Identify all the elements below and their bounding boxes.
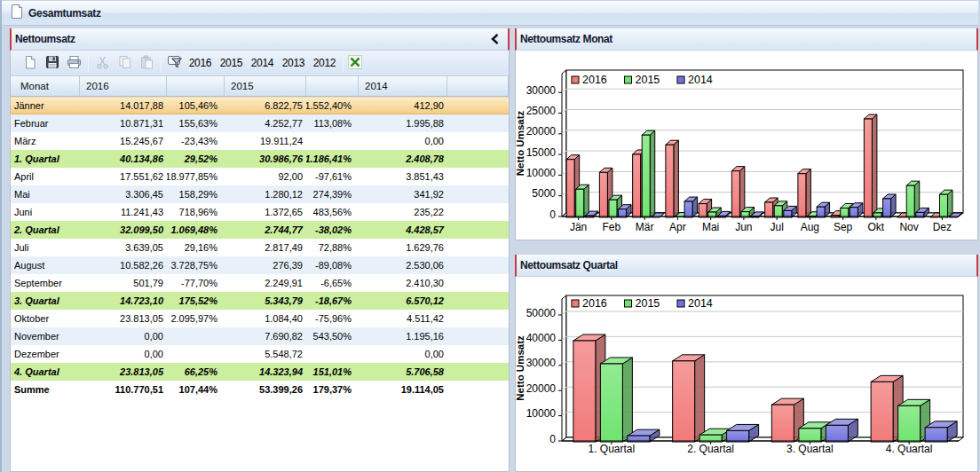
cell-value: 2.410,30: [359, 274, 447, 292]
x-tick-label: Mai: [702, 221, 719, 233]
cell-value: 235,22: [359, 203, 447, 221]
cell-month: Oktober: [11, 310, 80, 327]
table-row-juli[interactable]: Juli3.639,0529,16%2.817,4972,88%1.629,76: [11, 239, 509, 256]
cell-value: 110.770,51: [80, 381, 167, 398]
filter-icon: [167, 55, 184, 72]
filter-button[interactable]: [164, 52, 186, 74]
column-header-2016[interactable]: 2016: [80, 76, 167, 96]
column-header-2015[interactable]: 2015: [225, 76, 306, 96]
table-row-1-quartal[interactable]: 1. Quartal40.134,8629,52%30.986,761.186,…: [11, 150, 509, 168]
x-tick-label: Feb: [603, 221, 621, 233]
cell-value: 105,46%: [167, 98, 225, 114]
year-button-2014[interactable]: 2014: [247, 54, 278, 72]
x-tick-label: Okt: [868, 221, 885, 233]
y-tick-label: 30000: [526, 84, 557, 97]
cell-empty: [447, 132, 509, 150]
quartal-panel-header: Nettoumsatz Quartal: [515, 255, 978, 277]
cell-value: -18,67%: [306, 292, 359, 310]
cell-value: -38,02%: [306, 221, 359, 239]
column-header-monat[interactable]: Monat: [11, 76, 80, 96]
table-row-mai[interactable]: Mai3.306,45158,29%1.280,12274,39%341,92: [11, 185, 509, 203]
legend-label: 2016: [582, 297, 607, 310]
cell-value: 2.095,97%: [167, 310, 225, 327]
table-row-4-quartal[interactable]: 4. Quartal23.813,0566,25%14.323,94151,01…: [11, 363, 509, 381]
table-row-november[interactable]: November0,007.690,82543,50%1.195,16: [11, 327, 509, 345]
tab-bar: Gesamtumsatz: [2, 0, 978, 26]
cell-value: 66,25%: [167, 363, 225, 381]
print-button[interactable]: [63, 52, 85, 74]
x-tick-label: Jän: [570, 221, 587, 233]
cell-value: -97,61%: [306, 168, 359, 185]
new-document-button[interactable]: [19, 52, 41, 74]
cut-button[interactable]: [91, 52, 114, 74]
cell-value: 23.813,05: [80, 310, 167, 327]
column-header-pct[interactable]: [447, 76, 509, 96]
cell-value: 175,52%: [167, 292, 225, 310]
cell-value: 1.195,16: [359, 327, 447, 345]
y-tick-label: 0: [549, 433, 556, 445]
excel-export-button[interactable]: [346, 52, 364, 74]
bar-2014-Apr: [684, 197, 698, 217]
table-row-september[interactable]: September501,79-77,70%2.249,91-6,65%2.41…: [11, 274, 509, 292]
cell-value: 23.813,05: [80, 363, 167, 381]
chevron-left-icon[interactable]: [486, 31, 502, 47]
toolbar-separator: [161, 54, 162, 72]
tab-gesamtumsatz[interactable]: Gesamtumsatz: [2, 4, 101, 21]
year-button-2016[interactable]: 2016: [185, 54, 216, 72]
bar-2014-Sep: [850, 203, 863, 217]
cell-value: 1.084,40: [225, 310, 306, 327]
table-row-j-nner[interactable]: Jänner14.017,88105,46%6.822,751.552,40%4…: [11, 97, 509, 114]
cell-value: 107,44%: [167, 381, 225, 398]
cell-value: 151,01%: [306, 363, 359, 381]
x-tick-label: Dez: [933, 221, 952, 233]
cell-month: Dezember: [11, 345, 80, 363]
cell-value: [306, 132, 359, 150]
column-header-pct[interactable]: [306, 76, 359, 96]
cell-value: 2.249,91: [225, 274, 306, 292]
copy-icon: [118, 55, 132, 72]
cell-value: [167, 327, 225, 345]
year-button-2015[interactable]: 2015: [216, 54, 247, 72]
table-row-februar[interactable]: Februar10.871,31155,63%4.252,77113,08%1.…: [11, 114, 509, 132]
cell-value: 483,56%: [306, 203, 359, 221]
table-row-april[interactable]: April17.551,6218.977,85%92,00-97,61%3.85…: [11, 168, 509, 185]
table-row-dezember[interactable]: Dezember0,005.548,720,00: [11, 345, 509, 363]
table-row-august[interactable]: August10.582,263.728,75%276,39-89,08%2.5…: [11, 256, 509, 274]
cell-value: 19.911,24: [225, 132, 306, 150]
cell-value: 92,00: [225, 168, 306, 185]
table-row-juni[interactable]: Juni11.241,43718,96%1.372,65483,56%235,2…: [11, 203, 509, 221]
cell-month: Jänner: [11, 98, 80, 114]
cell-value: 274,39%: [306, 185, 359, 203]
bar-2016-Apr: [666, 140, 679, 217]
cell-value: 0,00: [80, 345, 167, 363]
column-header-pct[interactable]: [167, 76, 225, 96]
table-row-3-quartal[interactable]: 3. Quartal14.723,10175,52%5.343,79-18,67…: [11, 292, 509, 310]
x-tick-label: Nov: [899, 221, 918, 233]
year-button-2013[interactable]: 2013: [278, 54, 309, 72]
save-button[interactable]: [41, 52, 63, 74]
cell-empty: [447, 274, 509, 292]
cell-value: 158,29%: [167, 185, 225, 203]
column-header-2014[interactable]: 2014: [359, 76, 447, 96]
cell-empty: [447, 345, 509, 363]
monat-bar-chart: 050001000015000200002500030000JänFebMärA…: [516, 51, 977, 240]
table-row-2-quartal[interactable]: 2. Quartal32.099,501.069,48%2.744,77-38,…: [11, 221, 509, 239]
paste-button[interactable]: [136, 52, 158, 74]
cell-value: 10.871,31: [80, 114, 167, 132]
cell-value: 3.851,43: [359, 168, 447, 185]
table-row-summe[interactable]: Summe110.770,51107,44%53.399,26179,37%19…: [11, 381, 509, 398]
y-tick-label: 0: [549, 208, 556, 221]
cell-empty: [447, 327, 509, 345]
quartal-panel-title: Nettoumsatz Quartal: [517, 259, 618, 271]
copy-button[interactable]: [114, 52, 136, 74]
new-document-icon: [23, 55, 37, 72]
quartal-chart-panel: Nettoumsatz Quartal 01000020000300004000…: [515, 255, 978, 472]
cut-icon: [96, 55, 109, 72]
year-button-2012[interactable]: 2012: [309, 54, 340, 72]
bar-2015-1. Quartal: [600, 358, 632, 442]
table-row-m-rz[interactable]: März15.245,67-23,43%19.911,240,00: [11, 132, 509, 150]
bar-2014-Okt: [883, 194, 897, 217]
bar-2014-4. Quartal: [925, 421, 957, 442]
table-row-oktober[interactable]: Oktober23.813,052.095,97%1.084,40-75,96%…: [11, 310, 509, 327]
bar-2015-Mär: [642, 130, 655, 217]
